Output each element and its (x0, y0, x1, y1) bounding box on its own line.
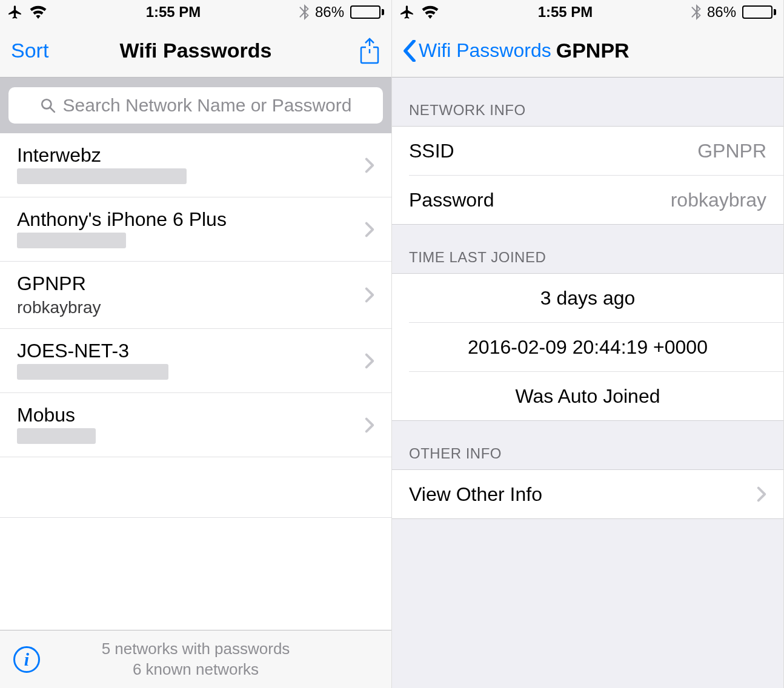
row-text: Interwebz (17, 143, 365, 187)
row-text: GPNPRrobkaybray (17, 271, 365, 319)
section-header-network: NETWORK INFO (392, 78, 783, 126)
network-row[interactable]: JOES-NET-3 (0, 329, 391, 393)
cell-time-absolute: 2016-02-09 20:44:19 +0000 (392, 323, 783, 371)
network-row[interactable]: GPNPRrobkaybray (0, 262, 391, 329)
section-header-time: TIME LAST JOINED (392, 225, 783, 273)
chevron-right-icon (757, 486, 766, 502)
network-password (17, 233, 126, 248)
list-fill (0, 518, 391, 630)
search-input[interactable]: Search Network Name or Password (8, 87, 383, 124)
status-bar: 1:55 PM 86% (392, 0, 783, 24)
chevron-right-icon (365, 222, 374, 237)
row-text: JOES-NET-3 (17, 339, 365, 383)
status-time: 1:55 PM (146, 4, 201, 21)
cell-time-auto: Was Auto Joined (392, 372, 783, 420)
network-name: GPNPR (17, 271, 365, 296)
bluetooth-icon (691, 4, 701, 20)
chevron-right-icon (365, 417, 374, 433)
section-network-info: SSID GPNPR Password robkaybray (392, 126, 783, 225)
status-right: 86% (691, 4, 776, 21)
wifi-icon (421, 5, 439, 19)
section-header-other: OTHER INFO (392, 421, 783, 469)
footer-line2: 6 known networks (102, 660, 290, 680)
chevron-right-icon (365, 157, 374, 173)
battery-pct: 86% (315, 4, 344, 21)
network-row[interactable]: Mobus (0, 393, 391, 457)
time-auto: Was Auto Joined (516, 385, 660, 408)
cell-time-relative: 3 days ago (392, 274, 783, 322)
status-bar: 1:55 PM 86% (0, 0, 391, 24)
other-label: View Other Info (409, 483, 542, 506)
info-icon[interactable]: i (13, 646, 40, 673)
bluetooth-icon (299, 4, 309, 20)
search-placeholder: Search Network Name or Password (63, 95, 352, 116)
search-bar: Search Network Name or Password (0, 78, 391, 133)
network-row[interactable]: Anthony's iPhone 6 Plus (0, 197, 391, 262)
nav-left: Wifi Passwords GPNPR (403, 39, 630, 62)
password-value: robkaybray (671, 189, 766, 211)
network-password (17, 364, 168, 380)
chevron-right-icon (365, 353, 374, 369)
page-title: Wifi Passwords (120, 39, 272, 62)
password-label: Password (409, 189, 494, 211)
row-text: Anthony's iPhone 6 Plus (17, 207, 365, 251)
footer-line1: 5 networks with passwords (102, 639, 290, 660)
airplane-icon (7, 4, 23, 20)
status-right: 86% (299, 4, 384, 21)
nav-bar: Wifi Passwords GPNPR (392, 24, 783, 78)
network-row[interactable]: Interwebz (0, 133, 391, 197)
sort-button[interactable]: Sort (11, 39, 48, 62)
svg-rect-2 (366, 46, 373, 49)
status-left (399, 4, 439, 20)
time-absolute: 2016-02-09 20:44:19 +0000 (468, 336, 708, 359)
share-button[interactable] (359, 38, 380, 64)
footer-bar: i 5 networks with passwords 6 known netw… (0, 630, 391, 688)
empty-row (0, 457, 391, 518)
footer-text: 5 networks with passwords 6 known networ… (102, 639, 290, 680)
screen-list: 1:55 PM 86% Sort Wifi Passwords (0, 0, 392, 688)
cell-other-info[interactable]: View Other Info (392, 470, 783, 518)
network-name: JOES-NET-3 (17, 339, 365, 363)
chevron-right-icon (365, 287, 374, 303)
back-button[interactable]: Wifi Passwords (403, 39, 551, 62)
search-icon (40, 98, 56, 113)
ssid-label: SSID (409, 140, 454, 162)
section-time: 3 days ago 2016-02-09 20:44:19 +0000 Was… (392, 273, 783, 421)
chevron-left-icon (403, 40, 416, 62)
row-text: Mobus (17, 403, 365, 447)
time-relative: 3 days ago (540, 287, 636, 309)
wifi-icon (29, 5, 47, 19)
airplane-icon (399, 4, 415, 20)
network-list: Interwebz Anthony's iPhone 6 Plus GPNPRr… (0, 133, 391, 457)
back-label: Wifi Passwords (419, 39, 551, 62)
cell-password[interactable]: Password robkaybray (392, 176, 783, 224)
section-other: View Other Info (392, 469, 783, 519)
cell-ssid[interactable]: SSID GPNPR (392, 127, 783, 175)
network-password (17, 428, 96, 444)
ssid-value: GPNPR (697, 140, 766, 162)
network-name: Interwebz (17, 143, 365, 167)
page-title: GPNPR (556, 39, 630, 62)
network-password (17, 168, 187, 184)
nav-bar: Sort Wifi Passwords (0, 24, 391, 78)
network-name: Anthony's iPhone 6 Plus (17, 207, 365, 231)
network-password: robkaybray (17, 297, 365, 319)
battery-pct: 86% (707, 4, 736, 21)
status-left (7, 4, 47, 20)
screen-detail: 1:55 PM 86% Wifi Passwords GPNPR NETWORK… (392, 0, 784, 688)
status-time: 1:55 PM (538, 4, 593, 21)
battery-icon (350, 5, 384, 19)
svg-line-4 (50, 107, 55, 112)
network-name: Mobus (17, 403, 365, 427)
battery-icon (742, 5, 776, 19)
